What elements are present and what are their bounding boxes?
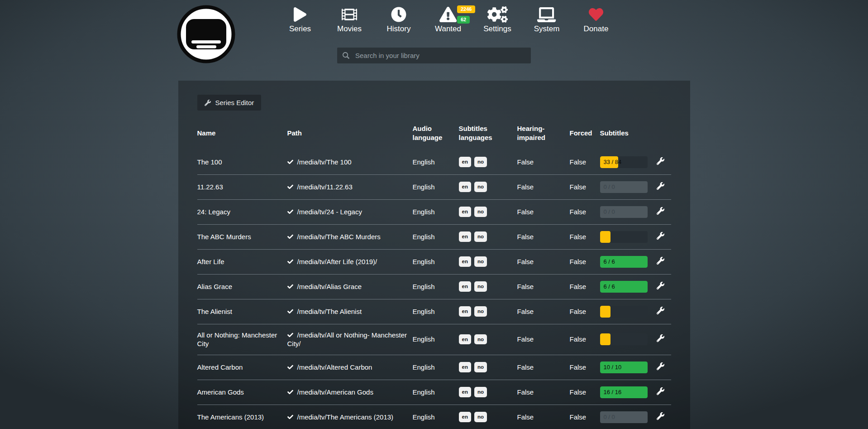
wrench-icon (205, 100, 211, 106)
subtitle-lang-chip: en (459, 157, 471, 167)
row-wrench-icon[interactable] (657, 207, 664, 217)
heart-icon (589, 6, 603, 23)
hearing-impaired-value: False (517, 380, 570, 405)
subtitle-lang-chip: en (459, 334, 471, 345)
row-wrench-icon[interactable] (657, 387, 664, 397)
table-row: 24: Legacy /media/tv/24 - Legacy English… (197, 199, 671, 224)
subtitles-progress-bar (600, 231, 648, 243)
column-header-path: Path (287, 121, 413, 150)
series-name-link[interactable]: Alias Grace (197, 283, 233, 290)
series-name-link[interactable]: 11.22.63 (197, 183, 223, 191)
main-nav: Series Movies History Wanted (282, 6, 614, 34)
nav-item-history[interactable]: History (381, 6, 417, 34)
series-path: /media/tv/The 100 (297, 158, 352, 166)
table-row: Altered Carbon /media/tv/Altered Carbon … (197, 355, 671, 380)
series-editor-button[interactable]: Series Editor (197, 95, 262, 111)
subtitle-lang-chip: no (474, 306, 487, 317)
subtitle-lang-chip: no (474, 231, 487, 242)
row-wrench-icon[interactable] (657, 257, 664, 267)
subtitles-progress-fill (600, 333, 610, 345)
table-row: American Gods /media/tv/American Gods En… (197, 380, 671, 405)
subtitle-langs: enno (459, 174, 517, 199)
play-icon (294, 6, 306, 23)
subtitles-progress-bar: 16 / 16 (600, 386, 648, 398)
forced-value: False (570, 224, 600, 249)
subtitle-lang-chip: no (474, 281, 487, 292)
subtitle-lang-chip: no (474, 334, 487, 345)
check-icon (287, 233, 297, 241)
nav-item-series[interactable]: Series (282, 6, 318, 34)
subtitle-lang-chip: en (459, 182, 471, 192)
nav-label: System (534, 25, 560, 34)
subtitle-lang-chip: no (474, 412, 487, 422)
subtitles-progress-label: 6 / 6 (604, 281, 615, 293)
subtitles-progress-bar (600, 306, 648, 318)
series-name-link[interactable]: The ABC Murders (197, 233, 251, 241)
nav-label: Series (289, 25, 311, 34)
search-input[interactable] (354, 51, 525, 60)
row-wrench-icon[interactable] (657, 282, 664, 292)
hearing-impaired-value: False (517, 405, 570, 429)
subtitle-lang-chip: en (459, 362, 471, 372)
series-name-link[interactable]: The Alienist (197, 308, 233, 315)
bazarr-logo[interactable] (176, 5, 236, 64)
hearing-impaired-value: False (517, 299, 570, 324)
table-row: The Alienist /media/tv/The Alienist Engl… (197, 299, 671, 324)
audio-language-value: English (413, 224, 459, 249)
row-wrench-icon[interactable] (657, 157, 664, 167)
subtitle-lang-chip: no (474, 387, 487, 397)
check-icon (287, 331, 297, 339)
row-wrench-icon[interactable] (657, 232, 664, 242)
audio-language-value: English (413, 380, 459, 405)
series-name-link[interactable]: After Life (197, 258, 224, 265)
subtitle-lang-chip: en (459, 256, 471, 267)
row-wrench-icon[interactable] (657, 362, 664, 372)
table-row: The Americans (2013) /media/tv/The Ameri… (197, 405, 671, 429)
bazarr-logo-icon (176, 5, 236, 64)
film-icon (342, 6, 357, 23)
forced-value: False (570, 355, 600, 380)
row-wrench-icon[interactable] (657, 334, 664, 344)
nav-item-system[interactable]: System (529, 6, 565, 34)
hearing-impaired-value: False (517, 355, 570, 380)
nav-item-settings[interactable]: Settings (479, 6, 515, 34)
hearing-impaired-value: False (517, 324, 570, 355)
forced-value: False (570, 174, 600, 199)
row-wrench-icon[interactable] (657, 412, 664, 422)
row-wrench-icon[interactable] (657, 307, 664, 317)
nav-item-movies[interactable]: Movies (331, 6, 367, 34)
audio-language-value: English (413, 199, 459, 224)
audio-language-value: English (413, 405, 459, 429)
check-icon (287, 363, 297, 371)
nav-label: Settings (483, 25, 511, 34)
nav-item-wanted[interactable]: Wanted 2246 62 (430, 6, 466, 34)
hearing-impaired-value: False (517, 174, 570, 199)
page-background: Series Movies History Wanted (0, 0, 868, 429)
forced-value: False (570, 150, 600, 175)
subtitles-progress-fill (600, 306, 610, 318)
series-name-link[interactable]: Altered Carbon (197, 363, 243, 371)
series-name-link[interactable]: American Gods (197, 388, 244, 396)
hearing-impaired-value: False (517, 150, 570, 175)
subtitles-progress-label: 0 / 0 (604, 411, 615, 423)
row-wrench-icon[interactable] (657, 182, 664, 192)
table-row: The 100 /media/tv/The 100 English enno F… (197, 150, 671, 175)
audio-language-value: English (413, 174, 459, 199)
series-name-link[interactable]: 24: Legacy (197, 208, 230, 216)
nav-label: Wanted (435, 25, 461, 34)
subtitles-progress-label: 6 / 6 (604, 256, 615, 268)
series-name-link[interactable]: The Americans (2013) (197, 413, 264, 421)
series-name-link[interactable]: The 100 (197, 158, 222, 166)
check-icon (287, 258, 297, 265)
subtitle-lang-chip: en (459, 281, 471, 292)
series-name-link[interactable]: All or Nothing: Manchester City (197, 331, 277, 348)
column-header-actions (654, 121, 671, 150)
check-icon (287, 388, 297, 396)
subtitle-langs: enno (459, 324, 517, 355)
series-path: /media/tv/11.22.63 (297, 183, 353, 191)
subtitle-langs: enno (459, 355, 517, 380)
hearing-impaired-value: False (517, 224, 570, 249)
audio-language-value: English (413, 355, 459, 380)
nav-item-donate[interactable]: Donate (578, 6, 614, 34)
forced-value: False (570, 380, 600, 405)
